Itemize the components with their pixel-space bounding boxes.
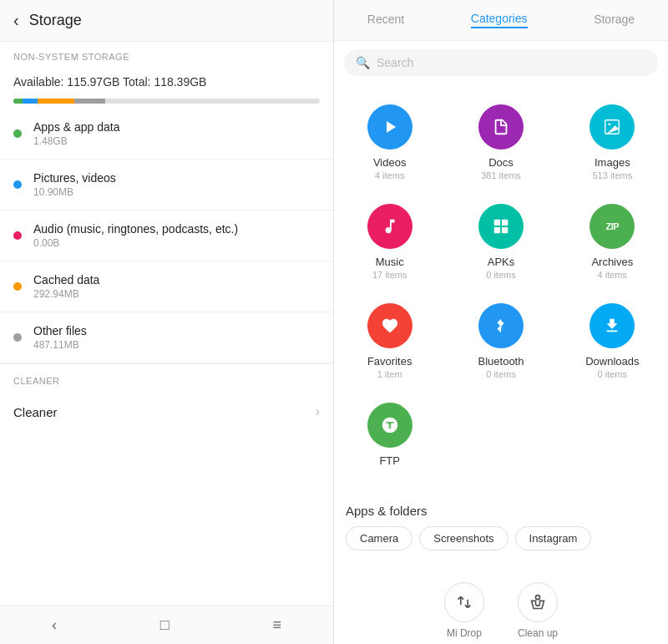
- item-size: 0.00B: [33, 237, 320, 249]
- apks-label: APKs: [488, 256, 515, 268]
- bluetooth-count: 0 items: [486, 369, 515, 379]
- list-item[interactable]: Apps & app data 1.48GB: [0, 109, 333, 160]
- nav-home-button[interactable]: □: [160, 616, 170, 634]
- category-images[interactable]: Images 513 items: [557, 93, 668, 192]
- ftp-label: FTP: [379, 454, 400, 467]
- docs-icon: [478, 104, 524, 150]
- category-docs[interactable]: Docs 381 items: [445, 93, 556, 192]
- tool-cleanup[interactable]: Clean up: [518, 582, 558, 639]
- item-info-apps: Apps & app data 1.48GB: [33, 120, 320, 147]
- apps-folders-section: Apps & folders Camera Screenshots Instag…: [334, 495, 668, 564]
- music-count: 17 items: [372, 270, 407, 280]
- category-ftp[interactable]: FTP: [334, 391, 445, 480]
- chip-screenshots[interactable]: Screenshots: [419, 526, 508, 550]
- list-item[interactable]: Cached data 292.94MB: [0, 261, 333, 312]
- archives-label: Archives: [591, 256, 633, 268]
- chip-camera[interactable]: Camera: [346, 526, 412, 550]
- images-count: 513 items: [592, 170, 632, 180]
- item-name: Other files: [33, 324, 320, 337]
- cleaner-item[interactable]: Cleaner ›: [0, 391, 333, 433]
- chevron-right-icon: ›: [316, 404, 320, 419]
- left-panel: ‹ Storage NON-SYSTEM STORAGE Available: …: [0, 0, 334, 644]
- item-name: Cached data: [33, 273, 320, 287]
- svg-point-2: [609, 123, 611, 125]
- category-archives[interactable]: ZIP Archives 4 items: [557, 192, 668, 292]
- archives-icon: ZIP: [590, 204, 635, 249]
- item-size: 487.11MB: [33, 339, 320, 351]
- storage-content: NON-SYSTEM STORAGE Available: 115.97GB T…: [0, 42, 333, 570]
- search-bar[interactable]: 🔍 Search: [344, 49, 658, 76]
- svg-rect-3: [494, 220, 500, 226]
- list-item[interactable]: Pictures, videos 10.90MB: [0, 160, 333, 210]
- category-downloads[interactable]: Downloads 0 items: [557, 292, 668, 391]
- cleaner-name: Cleaner: [13, 405, 58, 419]
- item-info-other: Other files 487.11MB: [33, 324, 320, 351]
- music-icon: [367, 204, 412, 249]
- category-bluetooth[interactable]: Bluetooth 0 items: [445, 292, 556, 391]
- downloads-icon: [590, 303, 635, 348]
- downloads-label: Downloads: [585, 355, 639, 368]
- category-apks[interactable]: APKs 0 items: [445, 192, 556, 292]
- favorites-icon: [367, 303, 412, 348]
- back-button[interactable]: ‹: [13, 11, 19, 30]
- svg-marker-0: [387, 121, 396, 133]
- bluetooth-label: Bluetooth: [478, 355, 524, 368]
- downloads-count: 0 items: [598, 369, 627, 379]
- tool-midrop[interactable]: Mi Drop: [444, 582, 484, 639]
- ftp-icon: [367, 403, 412, 448]
- dot-pictures: [13, 180, 22, 189]
- page-title: Storage: [29, 12, 82, 29]
- tab-storage[interactable]: Storage: [594, 13, 635, 28]
- cleanup-icon: [518, 582, 558, 622]
- item-size: 1.48GB: [33, 135, 320, 147]
- item-size: 292.94MB: [33, 288, 320, 300]
- favorites-label: Favorites: [367, 355, 412, 368]
- search-input[interactable]: Search: [377, 56, 413, 69]
- dot-apps: [13, 129, 22, 138]
- item-info-audio: Audio (music, ringtones, podcasts, etc.)…: [33, 222, 320, 249]
- bar-green: [13, 99, 23, 104]
- midrop-icon: [444, 582, 484, 622]
- dot-audio: [13, 231, 22, 240]
- category-music[interactable]: Music 17 items: [334, 192, 445, 292]
- right-panel: Recent Categories Storage 🔍 Search Video…: [334, 0, 668, 644]
- apks-icon: [478, 204, 524, 249]
- search-icon: 🔍: [356, 56, 370, 69]
- right-header: Recent Categories Storage: [334, 0, 668, 41]
- apps-folders-title: Apps & folders: [346, 504, 656, 518]
- nav-back-button[interactable]: ‹: [52, 616, 57, 634]
- item-size: 10.90MB: [33, 186, 320, 198]
- item-info-cache: Cached data 292.94MB: [33, 273, 320, 300]
- videos-label: Videos: [373, 156, 407, 169]
- bar-orange: [38, 99, 74, 104]
- apks-count: 0 items: [486, 270, 515, 280]
- bar-blue: [23, 99, 38, 104]
- item-name: Pictures, videos: [33, 171, 320, 185]
- chip-instagram[interactable]: Instagram: [515, 526, 592, 550]
- item-name: Apps & app data: [33, 120, 320, 134]
- non-system-label: NON-SYSTEM STORAGE: [0, 42, 333, 67]
- item-name: Audio (music, ringtones, podcasts, etc.): [33, 222, 320, 236]
- midrop-label: Mi Drop: [447, 627, 482, 639]
- videos-icon: [367, 104, 412, 150]
- category-videos[interactable]: Videos 4 items: [334, 93, 445, 192]
- svg-rect-6: [502, 227, 508, 233]
- left-bottom-nav: ‹ □ ≡: [0, 606, 333, 644]
- folder-chips: Camera Screenshots Instagram: [346, 526, 656, 550]
- tab-recent[interactable]: Recent: [367, 13, 404, 28]
- list-item[interactable]: Audio (music, ringtones, podcasts, etc.)…: [0, 210, 333, 261]
- svg-rect-5: [494, 227, 500, 233]
- list-item[interactable]: Other files 487.11MB: [0, 312, 333, 363]
- categories-grid: Videos 4 items Docs 381 items Images 513…: [334, 84, 668, 489]
- nav-menu-button[interactable]: ≡: [273, 616, 282, 634]
- images-icon: [590, 104, 635, 150]
- archives-count: 4 items: [598, 270, 627, 280]
- tab-categories[interactable]: Categories: [471, 12, 528, 28]
- tools-row: Mi Drop Clean up: [334, 570, 668, 644]
- docs-label: Docs: [488, 156, 514, 169]
- left-header: ‹ Storage: [0, 0, 333, 42]
- cleaner-section-label: CLEANER: [0, 363, 333, 391]
- storage-bar: [13, 99, 320, 104]
- category-favorites[interactable]: Favorites 1 item: [334, 292, 445, 391]
- videos-count: 4 items: [375, 170, 404, 180]
